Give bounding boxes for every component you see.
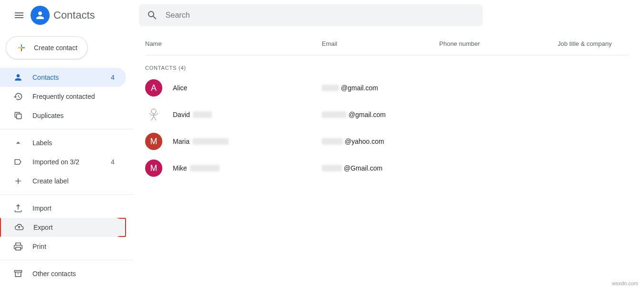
upload-icon xyxy=(12,203,24,213)
sidebar-item-label: Export xyxy=(33,224,53,231)
column-header-job[interactable]: Job title & company xyxy=(558,40,629,47)
redacted-text xyxy=(322,85,339,91)
table-header-row: Name Email Phone number Job title & comp… xyxy=(145,32,629,55)
email-domain: @yahoo.com xyxy=(345,138,384,145)
divider xyxy=(0,194,134,195)
redacted-text xyxy=(193,111,212,118)
redacted-text xyxy=(190,165,220,171)
sidebar-item-label: Import xyxy=(32,204,52,212)
sidebar-item-label: Duplicates xyxy=(32,112,63,119)
sidebar-item-label: Imported on 3/2 xyxy=(32,158,79,166)
avatar: A xyxy=(145,79,162,96)
sidebar-item-other-contacts[interactable]: Other contacts xyxy=(0,264,126,283)
sidebar-item-label: Frequently contacted xyxy=(32,93,95,100)
contact-name: David xyxy=(173,111,190,118)
contact-row[interactable]: MMike@Gmail.com xyxy=(145,155,629,182)
column-header-name[interactable]: Name xyxy=(145,40,322,47)
app-header: Contacts xyxy=(0,0,644,31)
sidebar-item-frequent[interactable]: Frequently contacted xyxy=(0,87,126,106)
watermark: wsxdn.com xyxy=(612,280,638,286)
sidebar-item-contacts[interactable]: Contacts 4 xyxy=(0,68,126,87)
sidebar-labels-header[interactable]: Labels xyxy=(0,133,126,152)
contact-name-cell: Mike xyxy=(173,164,322,172)
contact-name: Maria xyxy=(173,138,190,145)
print-icon xyxy=(12,242,24,251)
avatar: M xyxy=(145,133,162,150)
label-icon xyxy=(12,157,24,167)
search-icon xyxy=(147,10,158,21)
export-highlight-box: Export xyxy=(0,218,126,237)
contact-email-cell: @gmail.com xyxy=(322,84,439,92)
sidebar-item-label: Other contacts xyxy=(32,270,76,278)
column-header-phone[interactable]: Phone number xyxy=(439,40,558,47)
svg-rect-0 xyxy=(17,114,21,119)
contact-row[interactable]: David@gmail.com xyxy=(145,101,629,128)
sidebar-item-label: Contacts xyxy=(32,74,59,81)
person-icon xyxy=(12,73,24,82)
svg-point-3 xyxy=(151,109,156,114)
contact-name-cell: Alice xyxy=(173,84,322,92)
svg-rect-2 xyxy=(15,270,22,272)
contacts-count: 4 xyxy=(111,74,115,81)
search-input[interactable] xyxy=(166,11,475,20)
logo-area: Contacts xyxy=(31,6,95,25)
sidebar-item-label: Print xyxy=(32,243,46,250)
contact-email-cell: @yahoo.com xyxy=(322,138,439,145)
column-header-email[interactable]: Email xyxy=(322,40,439,47)
sidebar: Create contact Contacts 4 Frequently con… xyxy=(0,31,134,289)
redacted-text xyxy=(322,138,343,145)
sidebar-item-create-label[interactable]: Create label xyxy=(0,171,126,191)
contacts-logo-icon xyxy=(31,6,50,25)
contacts-section-label: CONTACTS (4) xyxy=(145,55,629,75)
svg-rect-1 xyxy=(16,247,21,250)
redacted-text xyxy=(322,165,342,171)
app-title: Contacts xyxy=(53,9,95,21)
hamburger-icon xyxy=(13,10,25,21)
search-box[interactable] xyxy=(139,4,483,26)
main-menu-button[interactable] xyxy=(8,4,31,27)
contact-row[interactable]: AAlice@gmail.com xyxy=(145,75,629,101)
redacted-text xyxy=(192,138,229,145)
contact-name: Alice xyxy=(173,84,187,92)
sidebar-item-imported[interactable]: Imported on 3/2 4 xyxy=(0,152,126,171)
sidebar-item-duplicates[interactable]: Duplicates xyxy=(0,106,126,125)
imported-count: 4 xyxy=(111,158,115,166)
avatar: M xyxy=(145,160,162,177)
email-domain: @Gmail.com xyxy=(344,164,382,172)
redacted-text xyxy=(322,111,347,118)
contact-row[interactable]: MMaria@yahoo.com xyxy=(145,128,629,155)
contact-email-cell: @Gmail.com xyxy=(322,164,439,172)
sidebar-item-import[interactable]: Import xyxy=(0,199,126,218)
avatar xyxy=(145,106,162,123)
email-domain: @gmail.com xyxy=(341,84,378,92)
archive-icon xyxy=(12,269,24,278)
copy-icon xyxy=(12,111,24,120)
contact-email-cell: @gmail.com xyxy=(322,111,439,118)
plus-thin-icon xyxy=(12,176,24,186)
sidebar-item-label: Create label xyxy=(32,177,69,185)
email-domain: @gmail.com xyxy=(348,111,386,118)
sidebar-item-print[interactable]: Print xyxy=(0,237,126,256)
history-icon xyxy=(12,92,24,101)
plus-icon xyxy=(16,42,27,54)
sidebar-item-export[interactable]: Export xyxy=(1,218,125,237)
contact-name: Mike xyxy=(173,164,187,172)
main-content: Name Email Phone number Job title & comp… xyxy=(134,31,644,289)
chevron-up-icon xyxy=(12,138,24,148)
divider xyxy=(0,260,134,260)
sidebar-item-label: Labels xyxy=(32,139,52,147)
cloud-upload-icon xyxy=(13,223,25,232)
contact-name-cell: Maria xyxy=(173,138,322,145)
create-contact-label: Create contact xyxy=(34,44,77,52)
divider xyxy=(0,129,134,129)
create-contact-button[interactable]: Create contact xyxy=(6,36,88,59)
contact-name-cell: David xyxy=(173,111,322,118)
